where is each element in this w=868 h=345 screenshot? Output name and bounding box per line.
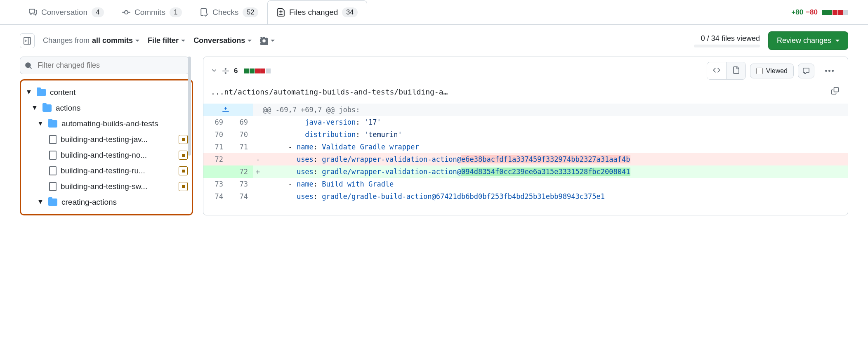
changes-from-value: all commits	[92, 36, 133, 45]
scrollbar[interactable]	[188, 57, 191, 156]
new-line-number	[228, 153, 253, 165]
modified-badge-icon	[179, 166, 188, 175]
old-line-number: 70	[203, 128, 228, 141]
diff-marker	[253, 178, 263, 190]
old-line-number: 71	[203, 141, 228, 153]
rendered-view-button[interactable]	[726, 62, 745, 79]
tab-checks[interactable]: Checks 52	[191, 0, 267, 24]
caret-down-icon	[135, 40, 139, 42]
caret-down-icon	[248, 40, 252, 42]
hunk-text: @@ -69,7 +69,7 @@ jobs:	[263, 104, 848, 116]
diff-marker	[253, 190, 263, 203]
progress-bar	[694, 45, 760, 47]
tree-label: building-and-testing-no...	[61, 151, 175, 160]
tree-folder-actions[interactable]: ▸ actions	[23, 100, 190, 116]
chevron-down-icon	[211, 67, 217, 73]
old-line-number: 72	[203, 153, 228, 165]
chevron-down-icon: ▸	[38, 121, 44, 127]
code-content: uses: gradle/gradle-build-action@67421db…	[263, 190, 848, 203]
diff-line[interactable]: 7474 uses: gradle/gradle-build-action@67…	[203, 190, 848, 203]
conversations-dropdown[interactable]: Conversations	[193, 36, 252, 45]
collapse-file-button[interactable]	[211, 67, 217, 75]
copy-path-button[interactable]	[830, 85, 840, 98]
tab-conversation[interactable]: Conversation 4	[20, 0, 113, 24]
new-line-number: 72	[228, 165, 253, 178]
folder-icon	[48, 198, 57, 206]
file-tree: ▸ content ▸ actions ▸ automating-builds-…	[20, 79, 193, 215]
diffstat-blocks	[822, 10, 848, 15]
tree-label: building-and-testing-jav...	[61, 135, 175, 144]
tree-label: building-and-testing-ru...	[61, 166, 175, 175]
diff-panel: 6 Viewed	[203, 57, 848, 215]
code-content: - name: Build with Gradle	[263, 178, 848, 190]
code-icon	[713, 66, 720, 74]
tab-counter: 4	[92, 7, 104, 17]
toggle-tree-button[interactable]	[20, 33, 35, 48]
changes-from-dropdown[interactable]: Changes from all commits	[43, 36, 139, 45]
diff-line[interactable]: 6969 java-version: '17'	[203, 116, 848, 128]
new-line-number: 69	[228, 116, 253, 128]
tree-file[interactable]: building-and-testing-ru...	[23, 163, 190, 179]
tree-file[interactable]: building-and-testing-jav...	[23, 132, 190, 147]
diff-body: @@ -69,7 +69,7 @@ jobs: 6969 java-versio…	[203, 104, 848, 203]
diff-marker	[253, 141, 263, 153]
tab-files-changed[interactable]: Files changed 34	[267, 0, 367, 24]
additions-count: +80	[791, 8, 803, 17]
file-icon	[49, 151, 57, 160]
tree-folder-creating[interactable]: ▸ creating-actions	[23, 194, 190, 210]
comment-on-file-button[interactable]	[798, 64, 814, 78]
checklist-icon	[200, 8, 208, 17]
unfold-icon	[222, 68, 229, 74]
git-commit-icon	[122, 8, 130, 17]
deletions-count: −80	[806, 8, 818, 17]
expand-all-button[interactable]	[222, 68, 229, 74]
modified-badge-icon	[179, 182, 188, 191]
diff-line[interactable]: 7373 - name: Build with Gradle	[203, 178, 848, 190]
tree-folder-automating[interactable]: ▸ automating-builds-and-tests	[23, 116, 190, 132]
file-icon	[49, 182, 57, 191]
folder-icon	[48, 120, 57, 128]
diff-line[interactable]: 72+ uses: gradle/wrapper-validation-acti…	[203, 165, 848, 178]
comment-discussion-icon	[29, 8, 37, 17]
file-menu-button[interactable]	[818, 64, 840, 78]
tree-folder-content[interactable]: ▸ content	[23, 85, 190, 100]
view-mode-toggle	[707, 62, 746, 80]
file-icon	[49, 135, 57, 144]
file-filter-dropdown[interactable]: File filter	[148, 36, 185, 45]
file-tree-sidebar: ▸ content ▸ actions ▸ automating-builds-…	[20, 57, 193, 215]
diff-toolbar: Changes from all commits File filter Con…	[0, 25, 868, 57]
tab-commits[interactable]: Commits 1	[113, 0, 191, 24]
old-line-number: 74	[203, 190, 228, 203]
source-view-button[interactable]	[707, 62, 726, 79]
expand-up-button[interactable]	[203, 104, 253, 116]
tab-label: Checks	[212, 8, 238, 17]
diff-line[interactable]: 7171 - name: Validate Gradle wrapper	[203, 141, 848, 153]
changes-from-prefix: Changes from	[43, 36, 90, 45]
sidebar-collapse-icon	[24, 37, 31, 45]
tree-file[interactable]: building-and-testing-no...	[23, 147, 190, 163]
viewed-checkbox[interactable]	[756, 68, 763, 74]
code-content: distribution: 'temurin'	[263, 128, 848, 141]
file-change-count: 6	[234, 67, 238, 75]
tab-label: Files changed	[289, 8, 338, 17]
viewed-toggle[interactable]: Viewed	[750, 64, 794, 78]
review-changes-button[interactable]: Review changes	[768, 31, 848, 50]
modified-badge-icon	[179, 135, 188, 144]
diff-settings-dropdown[interactable]	[260, 37, 275, 45]
file-path[interactable]: ...nt/actions/automating-builds-and-test…	[211, 87, 824, 96]
tree-label: automating-builds-and-tests	[61, 119, 188, 128]
search-icon	[25, 62, 32, 69]
new-line-number: 71	[228, 141, 253, 153]
diff-line[interactable]: 7070 distribution: 'temurin'	[203, 128, 848, 141]
viewed-label: Viewed	[766, 67, 788, 75]
diff-line[interactable]: 72- uses: gradle/wrapper-validation-acti…	[203, 153, 848, 165]
diff-marker: -	[253, 153, 263, 165]
filter-files-input[interactable]	[20, 57, 189, 74]
tree-label: building-and-testing-sw...	[61, 182, 175, 191]
tab-counter: 1	[170, 7, 182, 17]
hunk-header: @@ -69,7 +69,7 @@ jobs:	[203, 104, 848, 116]
code-content: uses: gradle/wrapper-validation-action@0…	[263, 165, 848, 178]
new-line-number: 73	[228, 178, 253, 190]
modified-badge-icon	[179, 151, 188, 160]
tree-file[interactable]: building-and-testing-sw...	[23, 179, 190, 194]
